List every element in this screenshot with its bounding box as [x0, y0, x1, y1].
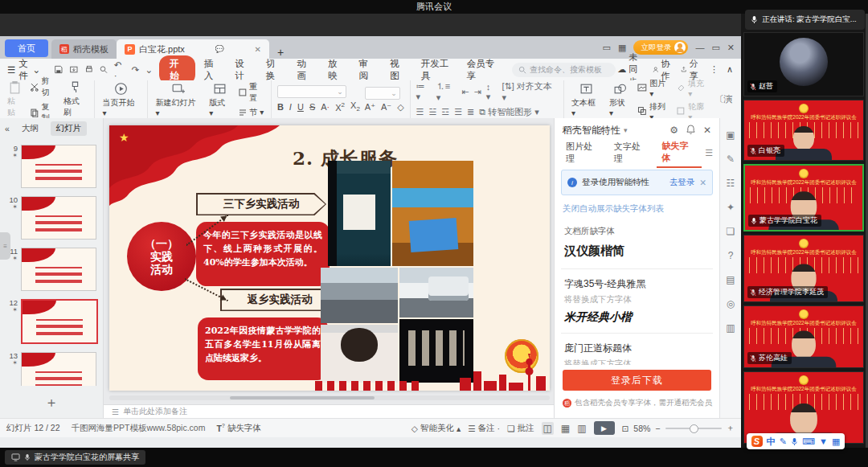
close-tab-icon[interactable]: ✕	[255, 45, 261, 54]
format-painter-button[interactable]: 格式刷	[62, 80, 88, 118]
play-from-current-button[interactable]: 当页开始 ▾	[100, 82, 141, 117]
collapse-ribbon-icon[interactable]: ∧	[727, 64, 733, 75]
smart-beautify-button[interactable]: ◇ 智能美化 ▴	[411, 423, 461, 434]
screen-share-pill[interactable]: 蒙古学学院白宝花的屏幕共享	[5, 450, 145, 465]
superscript-button[interactable]: X2	[335, 101, 345, 113]
book-icon[interactable]: ▥	[726, 322, 735, 334]
output-icon[interactable]	[69, 64, 79, 75]
decrease-font-icon[interactable]: A⁻	[381, 102, 391, 113]
paste-button[interactable]: 粘贴	[6, 80, 25, 118]
tab-slides[interactable]: 幻灯片	[51, 121, 88, 136]
replacement-font[interactable]: 米开经典小楷	[564, 310, 710, 325]
numbering-icon[interactable]: ⒈≡ ▾	[436, 80, 457, 103]
tab-docer-templates[interactable]: 稻 稻壳模板	[51, 39, 117, 59]
selection-pane-icon[interactable]: ▣	[726, 129, 735, 141]
tab-text-processing[interactable]: 文字处理	[609, 138, 654, 167]
bullets-icon[interactable]: ≔ ▾	[416, 81, 432, 102]
italic-button[interactable]: I	[289, 102, 292, 112]
redo-icon[interactable]: ↷	[132, 64, 140, 76]
align-left-icon[interactable]: ☰	[416, 107, 424, 117]
ime-voice-icon[interactable]	[791, 437, 798, 446]
zoom-out-button[interactable]: −	[655, 424, 660, 433]
go-login-link[interactable]: 去登录	[669, 177, 695, 188]
effects-icon[interactable]: ✦	[727, 202, 735, 213]
add-slide-button[interactable]: ＋	[0, 393, 103, 412]
participant-tile-baiyinliang[interactable]: 呼和浩特民族学院2022年团委书记述职评议会 白银亮	[743, 100, 864, 161]
line-spacing-icon[interactable]: ↕ ▾	[486, 82, 497, 102]
fill-button[interactable]: 填充 ▾	[676, 78, 710, 98]
ime-skin-icon[interactable]: ▼	[819, 436, 828, 446]
justify-icon[interactable]: ☰	[454, 107, 462, 117]
close-pane-icon[interactable]: ✕	[703, 125, 711, 136]
slideshow-play-button[interactable]: ▶	[594, 421, 615, 435]
cut-button[interactable]: 剪切	[30, 76, 57, 98]
download-after-login-button[interactable]: 登录后下载	[563, 370, 711, 391]
participant-tile-liyanmao[interactable]: 呼和浩特民族学院2022年团委书记述职评议会 经济管理学院李延茂	[743, 235, 864, 302]
pane-title-caret[interactable]: ▾	[624, 126, 628, 134]
participant-tile-baibaohua-speaking[interactable]: 呼和浩特民族学院2022年团委书记述职评议会 蒙古学学院白宝花	[743, 164, 864, 231]
close-auto-show-link[interactable]: 关闭自动展示缺失字体列表	[555, 200, 719, 218]
ime-toolbar[interactable]: S 中 ✎ ⌨ ▼ ▦	[747, 433, 845, 449]
zoom-slider[interactable]	[665, 428, 722, 429]
save-icon[interactable]	[54, 64, 63, 75]
shapes-button[interactable]: 形状 ▾	[608, 82, 633, 117]
stamp-icon[interactable]: ✎	[727, 154, 735, 165]
tab-missing-fonts[interactable]: 缺失字体	[657, 137, 702, 168]
adjust-icon[interactable]: ☷	[727, 178, 735, 189]
frame-icon[interactable]: ❏	[727, 226, 735, 237]
layout-button[interactable]: 版式 ▾	[207, 82, 232, 117]
preview-icon[interactable]	[99, 64, 108, 75]
qat-more-icon[interactable]: ⌄	[145, 64, 153, 76]
notes-toggle[interactable]: ☰ 备注 ·	[468, 423, 500, 434]
font-color-button[interactable]: A·	[321, 102, 330, 112]
fit-slide-icon[interactable]: ⊡	[622, 424, 629, 433]
textbox-sanxiaxiang[interactable]: 今年的三下乡实践活动是以线下、线上两种形式开展的。40%的学生参加本次活动。	[196, 222, 330, 286]
horizontal-scrollbar[interactable]	[109, 395, 550, 400]
panel-collapse-handle[interactable]: ≡	[0, 232, 10, 260]
slide-canvas[interactable]: ★ 2. 成长服务 三下乡实践活动 今年的三下乡实践活动是以线下、线上两种形式开…	[104, 118, 554, 418]
ime-pen-icon[interactable]: ✎	[780, 436, 787, 447]
tab-image-processing[interactable]: 图片处理	[561, 138, 606, 167]
comments-toggle[interactable]: ❏ 批注	[507, 423, 534, 434]
underline-button[interactable]: U	[297, 102, 304, 112]
notes-bar[interactable]: ☰ 单击此处添加备注	[104, 404, 554, 418]
align-right-icon[interactable]: ☲	[441, 107, 449, 117]
slide-thumbnail-12-selected[interactable]: 12✶	[5, 299, 100, 344]
more-menu-icon[interactable]: ⋮	[710, 64, 719, 75]
reset-button[interactable]: 重置	[238, 81, 265, 104]
slide-thumbnail-10[interactable]: 10✶	[5, 196, 100, 240]
scrollbar-thumb[interactable]	[230, 396, 375, 399]
clear-format-icon[interactable]: ◇	[397, 102, 403, 113]
align-text-button[interactable]: [⇅] 对齐文本 ▾	[502, 80, 557, 103]
ime-keyboard-icon[interactable]: ⌨	[802, 436, 815, 447]
slide-thumbnail-13[interactable]: 13✶	[5, 352, 100, 386]
outdent-icon[interactable]: ⇤	[461, 87, 469, 97]
reading-view-icon[interactable]: ▥	[577, 423, 586, 434]
command-search[interactable]: 查找命令、搜索模板	[512, 63, 616, 77]
normal-view-icon[interactable]: ◫	[542, 422, 554, 435]
tab-home[interactable]: 首页	[5, 39, 48, 57]
slide-thumbnail-11[interactable]: 11✶	[5, 248, 100, 291]
image-tool-icon[interactable]: ▤	[726, 274, 735, 285]
undo-icon[interactable]: ↶ ·	[114, 59, 126, 80]
bell-icon[interactable]	[686, 125, 695, 134]
ime-toolbox-icon[interactable]: ▦	[832, 436, 840, 447]
subscript-button[interactable]: X2	[350, 100, 360, 113]
missing-font-item[interactable]: 汉仪颜楷简	[564, 244, 710, 259]
ime-language-icon[interactable]: 中	[767, 436, 776, 448]
sogou-logo-icon[interactable]: S	[751, 436, 763, 447]
resource-icon[interactable]: ◎	[727, 298, 735, 309]
dismiss-banner-icon[interactable]: ✕	[699, 178, 706, 187]
participant-tile-zhaopu[interactable]: 赵普	[743, 32, 864, 96]
zoom-slider-knob[interactable]	[690, 424, 698, 433]
zoom-level[interactable]: 58%	[633, 424, 650, 433]
collapse-panel-icon[interactable]: «	[5, 124, 10, 133]
banner-sanxiaxiang[interactable]: 三下乡实践活动	[196, 193, 326, 215]
slide-12[interactable]: ★ 2. 成长服务 三下乡实践活动 今年的三下乡实践活动是以线下、线上两种形式开…	[109, 125, 550, 391]
section-button[interactable]: 节 ▾	[238, 107, 265, 118]
distribute-icon[interactable]: ≣	[467, 107, 474, 117]
textbox-button[interactable]: 文本框 ▾	[570, 82, 603, 117]
font-name-select[interactable]: ⌄	[277, 85, 346, 98]
picture-button[interactable]: 图片 ▾	[637, 78, 671, 98]
align-center-icon[interactable]: ☱	[428, 107, 436, 117]
